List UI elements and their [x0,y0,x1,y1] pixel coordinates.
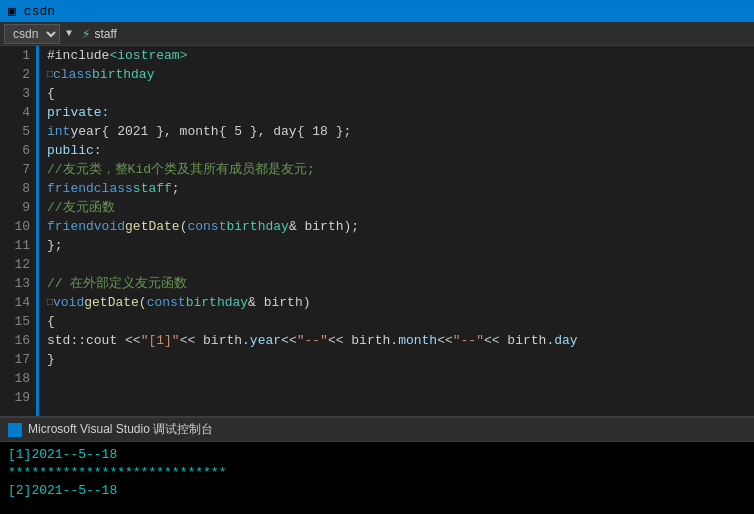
app-icon: ▣ [8,3,16,19]
title-text: csdn [24,4,55,19]
code-area: #include<iostream> □ class birthday { pr… [36,46,754,416]
console-panel: Microsoft Visual Studio 调试控制台 [1]2021--5… [0,416,754,514]
line-num-3: 3 [0,84,30,103]
console-icon [8,423,22,437]
line-num-9: 9 [0,198,30,217]
line-num-17: 17 [0,350,30,369]
code-line-1: #include<iostream> [47,46,754,65]
line-numbers: 1 2 3 4 5 6 7 8 9 10 11 12 13 14 15 16 1… [0,46,36,416]
code-line-12 [47,255,754,274]
console-line-4 [8,500,746,514]
func-label: staff [94,27,116,41]
func-icon: ⚡ [82,25,90,42]
line-num-16: 16 [0,331,30,350]
title-bar: ▣ csdn [0,0,754,22]
dropdown-arrow: ▼ [64,28,74,39]
code-line-13: // 在外部定义友元函数 [47,274,754,293]
line-num-1: 1 [0,46,30,65]
line-num-8: 8 [0,179,30,198]
code-line-19 [47,388,754,407]
code-line-16: std::cout << "[1]" << birth.year << "--"… [47,331,754,350]
editor-container: 1 2 3 4 5 6 7 8 9 10 11 12 13 14 15 16 1… [0,46,754,416]
line-num-7: 7 [0,160,30,179]
toolbar: csdn ▼ ⚡ staff [0,22,754,46]
code-line-8: friend class staff; [47,179,754,198]
code-line-18 [47,369,754,388]
code-line-5: int year{ 2021 }, month{ 5 }, day{ 18 }; [47,122,754,141]
line-num-15: 15 [0,312,30,331]
code-line-3: { [47,84,754,103]
code-line-10: friend void getDate(const birthday& birt… [47,217,754,236]
code-line-2: □ class birthday [47,65,754,84]
code-line-14: □ void getDate(const birthday& birth) [47,293,754,312]
line-num-18: 18 [0,369,30,388]
code-line-7: //友元类，整Kid个类及其所有成员都是友元; [47,160,754,179]
code-line-9: //友元函数 [47,198,754,217]
console-output[interactable]: [1]2021--5--18 *************************… [0,442,754,514]
console-line-2: **************************** [8,464,746,482]
console-line-1: [1]2021--5--18 [8,446,746,464]
code-line-6: public: [47,141,754,160]
line-num-19: 19 [0,388,30,407]
line-num-6: 6 [0,141,30,160]
line-num-13: 13 [0,274,30,293]
line-num-4: 4 [0,103,30,122]
code-line-15: { [47,312,754,331]
line-num-5: 5 [0,122,30,141]
line-num-2: 2 [0,65,30,84]
code-line-17: } [47,350,754,369]
line-num-10: 10 [0,217,30,236]
console-header: Microsoft Visual Studio 调试控制台 [0,418,754,442]
console-line-3: [2]2021--5--18 [8,482,746,500]
line-num-14: 14 [0,293,30,312]
code-line-4: private: [47,103,754,122]
line-num-12: 12 [0,255,30,274]
line-num-11: 11 [0,236,30,255]
file-select[interactable]: csdn [4,24,60,44]
code-line-11: }; [47,236,754,255]
console-title: Microsoft Visual Studio 调试控制台 [28,421,213,438]
